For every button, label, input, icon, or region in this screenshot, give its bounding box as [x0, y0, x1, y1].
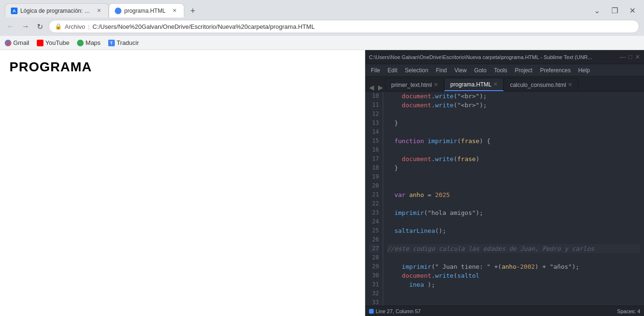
code-content[interactable]: document.write("<br>"); document.write("…	[383, 92, 644, 306]
tab-favicon-1: A	[11, 8, 17, 14]
code-line-16	[387, 145, 640, 154]
code-line-18: }	[387, 163, 640, 172]
bookmark-maps[interactable]: Maps	[77, 39, 101, 46]
bookmark-translate-label: Traducir	[117, 39, 139, 46]
browser-close-icon[interactable]: ✕	[626, 5, 639, 16]
sublime-tab-programa[interactable]: programa.HTML ✕	[444, 78, 504, 91]
line-number-12: 12	[369, 110, 379, 119]
tab-close-1[interactable]: ✕	[95, 7, 103, 15]
code-line-15: function imprimir(frase) {	[387, 137, 640, 145]
sublime-menu: File Edit Selection Find View Goto Tools…	[365, 64, 644, 77]
line-number-31: 31	[369, 280, 379, 289]
status-indicator	[369, 309, 374, 314]
menu-preferences[interactable]: Preferences	[536, 66, 575, 75]
browser-maximize-icon[interactable]: ❐	[608, 5, 622, 16]
sublime-close-icon[interactable]: ✕	[635, 53, 640, 60]
tab-favicon-2	[115, 8, 121, 14]
forward-button[interactable]: →	[20, 21, 31, 32]
line-number-20: 20	[369, 181, 379, 190]
menu-tools[interactable]: Tools	[490, 66, 511, 75]
bookmarks-bar: Gmail YouTube Maps T Traducir	[0, 36, 644, 50]
sublime-tab-calculo-close[interactable]: ✕	[568, 82, 572, 88]
address-separator: |	[88, 23, 89, 30]
browser-minimize-icon[interactable]: ⌄	[590, 5, 604, 16]
bookmark-translate[interactable]: T Traducir	[108, 39, 139, 46]
line-number-27: 27	[369, 244, 379, 253]
code-line-14	[387, 128, 640, 137]
gmail-icon	[5, 40, 11, 46]
status-spaces: Spaces: 4	[617, 308, 640, 314]
line-numbers: 1011121314151617181920212223242526272829…	[365, 92, 383, 306]
line-number-13: 13	[369, 119, 379, 128]
code-line-10: document.write("<br>");	[387, 92, 640, 101]
sublime-tab-calculo-label: calculo_consumo.html	[510, 82, 566, 88]
lock-icon: 🔒	[55, 23, 62, 30]
sublime-editor: C:\Users\Noe Galvan\OneDrive\Escritorio\…	[365, 50, 644, 316]
menu-find[interactable]: Find	[432, 66, 450, 75]
code-line-19	[387, 172, 640, 181]
sublime-title-text: C:\Users\Noe Galvan\OneDrive\Escritorio\…	[369, 54, 619, 60]
menu-project[interactable]: Project	[511, 66, 536, 75]
tab-title-2: programa.HTML	[124, 8, 168, 14]
code-line-32	[387, 289, 640, 298]
code-area[interactable]: 1011121314151617181920212223242526272829…	[365, 92, 644, 306]
menu-file[interactable]: File	[367, 66, 384, 75]
code-line-22	[387, 199, 640, 208]
address-input[interactable]: 🔒 Archivo | C:/Users/Noe%20Galvan/OneDri…	[49, 20, 639, 33]
back-button[interactable]: ←	[5, 21, 16, 32]
line-number-30: 30	[369, 271, 379, 280]
menu-edit[interactable]: Edit	[384, 66, 401, 75]
menu-goto[interactable]: Goto	[471, 66, 490, 75]
bookmark-gmail[interactable]: Gmail	[5, 39, 29, 46]
bookmark-maps-label: Maps	[86, 39, 101, 46]
page-heading: PROGRAMA	[9, 60, 355, 75]
maps-icon	[77, 40, 84, 46]
code-line-30: document.write(saltol	[387, 271, 640, 280]
reload-button[interactable]: ↻	[35, 21, 45, 32]
line-number-11: 11	[369, 101, 379, 110]
main-content: PROGRAMA C:\Users\Noe Galvan\OneDrive\Es…	[0, 50, 644, 316]
tabs-area: A Lógica de programación: Primer... ✕ pr…	[5, 3, 199, 17]
code-line-11: document.write("<br>");	[387, 101, 640, 110]
bookmark-youtube[interactable]: YouTube	[37, 39, 69, 46]
menu-help[interactable]: Help	[575, 66, 594, 75]
menu-view[interactable]: View	[451, 66, 471, 75]
code-line-24	[387, 217, 640, 226]
sublime-tab-primer[interactable]: primer_text.html ✕	[385, 78, 444, 91]
address-url: C:/Users/Noe%20Galvan/OneDrive/Escritori…	[93, 23, 633, 30]
translate-icon: T	[108, 40, 115, 46]
tab-programa[interactable]: programa.HTML ✕	[109, 3, 184, 17]
tab-nav-right[interactable]: ▶	[376, 84, 385, 91]
line-number-23: 23	[369, 208, 379, 217]
sublime-tab-calculo[interactable]: calculo_consumo.html ✕	[504, 78, 578, 91]
sublime-tab-programa-close[interactable]: ✕	[493, 81, 498, 87]
code-line-31: inea );	[387, 280, 640, 289]
tab-logica[interactable]: A Lógica de programación: Primer... ✕	[5, 3, 109, 17]
sublime-window-controls: — □ ✕	[619, 53, 640, 60]
code-line-27: //este codigo calcula las edades de Juan…	[387, 244, 640, 253]
code-line-29: imprimir(" Juan tiene: " +(anho-2002) + …	[387, 262, 640, 271]
window-controls: ⌄ ❐ ✕	[590, 5, 639, 16]
browser-chrome: A Lógica de programación: Primer... ✕ pr…	[0, 0, 644, 50]
line-number-25: 25	[369, 226, 379, 235]
tab-nav-left[interactable]: ◀	[367, 84, 376, 91]
code-line-12	[387, 110, 640, 119]
sublime-tab-primer-close[interactable]: ✕	[434, 82, 438, 88]
new-tab-button[interactable]: +	[186, 4, 199, 17]
line-number-29: 29	[369, 262, 379, 271]
sublime-status-bar: Line 27, Column 57 Spaces: 4	[365, 306, 644, 316]
line-number-18: 18	[369, 163, 379, 172]
sublime-maximize-icon[interactable]: □	[628, 53, 632, 60]
line-number-21: 21	[369, 190, 379, 199]
sublime-tab-primer-label: primer_text.html	[391, 82, 432, 88]
status-line-col: Line 27, Column 57	[376, 308, 421, 314]
line-number-28: 28	[369, 253, 379, 262]
menu-selection[interactable]: Selection	[401, 66, 432, 75]
sublime-minimize-icon[interactable]: —	[619, 53, 626, 60]
code-line-26	[387, 235, 640, 244]
youtube-icon	[37, 40, 43, 46]
code-line-33	[387, 298, 640, 306]
title-bar: A Lógica de programación: Primer... ✕ pr…	[0, 0, 644, 18]
tab-close-2[interactable]: ✕	[171, 7, 178, 15]
line-number-26: 26	[369, 235, 379, 244]
